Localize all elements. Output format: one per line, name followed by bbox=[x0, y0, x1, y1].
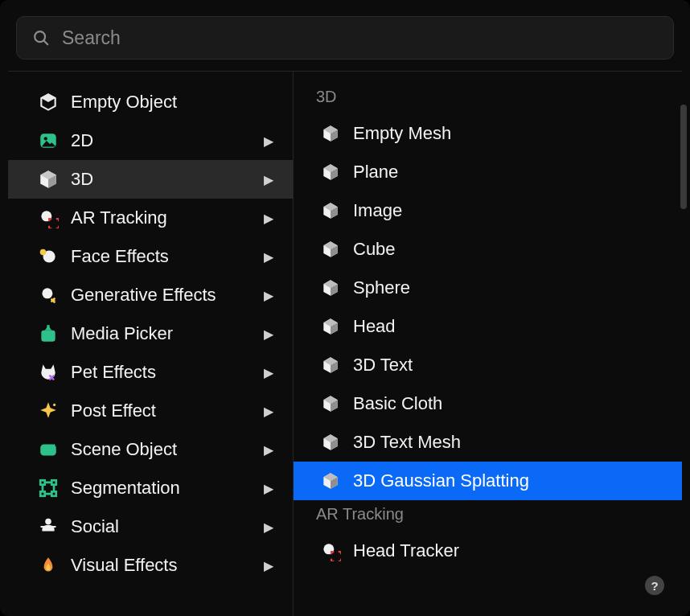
svg-rect-16 bbox=[51, 491, 55, 495]
category-media-picker[interactable]: Media Picker▶ bbox=[8, 314, 293, 353]
item-empty-mesh[interactable]: Empty Mesh bbox=[294, 114, 682, 153]
item-head-tracker[interactable]: Head Tracker bbox=[294, 532, 682, 570]
category-label: Visual Effects bbox=[71, 555, 253, 576]
svg-rect-9 bbox=[41, 331, 55, 342]
mesh-cube-icon bbox=[319, 315, 342, 338]
category-3d[interactable]: 3D▶ bbox=[8, 160, 293, 199]
item-label: 3D Gaussian Splatting bbox=[353, 470, 529, 491]
chevron-right-icon: ▶ bbox=[264, 365, 273, 380]
category-face-effects[interactable]: Face Effects▶ bbox=[8, 237, 293, 276]
chevron-right-icon: ▶ bbox=[264, 249, 273, 265]
item-label: Head bbox=[353, 316, 396, 337]
category-segmentation[interactable]: Segmentation▶ bbox=[8, 469, 293, 507]
chevron-right-icon: ▶ bbox=[264, 442, 273, 458]
category-label: Empty Object bbox=[71, 92, 277, 113]
svg-point-7 bbox=[42, 288, 52, 298]
svg-point-17 bbox=[45, 519, 51, 525]
svg-rect-13 bbox=[40, 480, 44, 484]
category-ar-tracking[interactable]: AR Tracking▶ bbox=[8, 199, 293, 237]
mesh-cube-icon bbox=[319, 354, 342, 376]
svg-point-6 bbox=[40, 249, 47, 256]
item-label: 3D Text Mesh bbox=[353, 432, 461, 453]
svg-rect-15 bbox=[40, 491, 44, 495]
item-3d-text[interactable]: 3D Text bbox=[294, 346, 682, 384]
chevron-right-icon: ▶ bbox=[264, 481, 273, 496]
category-generative-effects[interactable]: Generative Effects▶ bbox=[8, 276, 293, 314]
category-social[interactable]: Social▶ bbox=[8, 507, 293, 546]
item-label: Empty Mesh bbox=[353, 123, 451, 144]
empty-object-icon bbox=[37, 91, 60, 113]
item-label: Head Tracker bbox=[353, 540, 459, 561]
svg-line-1 bbox=[44, 41, 48, 45]
svg-rect-18 bbox=[40, 526, 44, 528]
image-2d-icon bbox=[37, 129, 60, 152]
cube-3d-icon bbox=[37, 168, 60, 191]
chevron-right-icon: ▶ bbox=[264, 326, 273, 342]
category-visual-effects[interactable]: Visual Effects▶ bbox=[8, 546, 293, 585]
help-icon[interactable]: ? bbox=[645, 576, 664, 595]
item-head[interactable]: Head bbox=[294, 307, 682, 346]
svg-point-20 bbox=[323, 544, 334, 554]
scene-object-icon bbox=[37, 438, 60, 461]
category-empty-object[interactable]: Empty Object bbox=[8, 83, 293, 121]
mesh-cube-icon bbox=[319, 161, 342, 183]
mesh-cube-icon bbox=[319, 238, 342, 261]
post-effect-icon bbox=[37, 400, 60, 422]
search-input[interactable] bbox=[62, 27, 660, 49]
search-box[interactable] bbox=[16, 16, 674, 60]
mesh-cube-icon bbox=[319, 392, 342, 415]
svg-rect-14 bbox=[51, 480, 55, 484]
item-label: Image bbox=[353, 200, 402, 221]
search-icon bbox=[30, 27, 52, 49]
category-label: 3D bbox=[71, 169, 253, 190]
svg-rect-19 bbox=[51, 526, 55, 528]
svg-point-8 bbox=[54, 299, 55, 301]
category-label: 2D bbox=[71, 130, 253, 151]
svg-rect-10 bbox=[47, 325, 49, 328]
category-label: Media Picker bbox=[71, 323, 253, 344]
item-cube[interactable]: Cube bbox=[294, 230, 682, 269]
category-label: Scene Object bbox=[71, 439, 253, 460]
category-list: Empty Object2D▶3D▶AR Tracking▶Face Effec… bbox=[8, 72, 294, 616]
item-label: Plane bbox=[353, 162, 398, 183]
item-list: 3DEmpty MeshPlaneImageCubeSphereHead3D T… bbox=[294, 72, 682, 616]
category-label: Segmentation bbox=[71, 478, 253, 499]
ar-tracking-icon bbox=[319, 540, 342, 562]
category-pet-effects[interactable]: Pet Effects▶ bbox=[8, 353, 293, 392]
item-image[interactable]: Image bbox=[294, 191, 682, 230]
item-basic-cloth[interactable]: Basic Cloth bbox=[294, 384, 682, 423]
category-label: Face Effects bbox=[71, 246, 253, 267]
media-picker-icon bbox=[37, 322, 60, 345]
chevron-right-icon: ▶ bbox=[264, 172, 273, 187]
mesh-cube-icon bbox=[319, 199, 342, 222]
chevron-right-icon: ▶ bbox=[264, 519, 273, 535]
item-label: 3D Text bbox=[353, 355, 413, 376]
scrollbar-thumb[interactable] bbox=[680, 105, 687, 209]
svg-point-3 bbox=[44, 137, 47, 140]
visual-effects-icon bbox=[37, 554, 60, 577]
svg-point-11 bbox=[53, 404, 55, 406]
item-sphere[interactable]: Sphere bbox=[294, 269, 682, 307]
generative-icon bbox=[37, 284, 60, 306]
category-label: AR Tracking bbox=[71, 207, 253, 228]
chevron-right-icon: ▶ bbox=[264, 133, 273, 149]
category-2d[interactable]: 2D▶ bbox=[8, 121, 293, 160]
chevron-right-icon: ▶ bbox=[264, 558, 273, 573]
ar-tracking-icon bbox=[37, 207, 60, 229]
svg-point-4 bbox=[41, 211, 51, 221]
social-icon bbox=[37, 515, 60, 538]
pet-effects-icon bbox=[37, 361, 60, 384]
face-effects-icon bbox=[37, 245, 60, 268]
item-3d-gaussian-splatting[interactable]: 3D Gaussian Splatting bbox=[294, 462, 682, 500]
category-label: Social bbox=[71, 516, 253, 537]
chevron-right-icon: ▶ bbox=[264, 288, 273, 303]
category-post-effect[interactable]: Post Effect▶ bbox=[8, 392, 293, 430]
category-scene-object[interactable]: Scene Object▶ bbox=[8, 430, 293, 469]
category-label: Generative Effects bbox=[71, 285, 253, 306]
section-header: 3D bbox=[294, 83, 682, 114]
mesh-cube-icon bbox=[319, 470, 342, 492]
item-plane[interactable]: Plane bbox=[294, 153, 682, 191]
segmentation-icon bbox=[37, 477, 60, 499]
mesh-cube-icon bbox=[319, 277, 342, 299]
item-3d-text-mesh[interactable]: 3D Text Mesh bbox=[294, 423, 682, 462]
